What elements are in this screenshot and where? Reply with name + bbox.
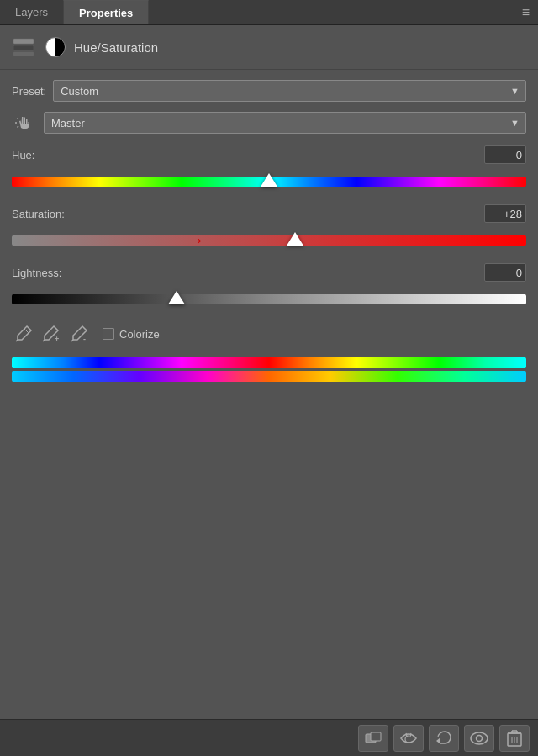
svg-marker-14 bbox=[436, 737, 440, 744]
svg-line-6 bbox=[16, 340, 18, 341]
lightness-header: Lightness: 0 bbox=[12, 263, 526, 282]
eyedropper-tool[interactable] bbox=[12, 322, 35, 346]
tab-bar: Layers Properties ≡ bbox=[0, 0, 538, 25]
lightness-section: Lightness: 0 bbox=[12, 263, 526, 314]
svg-rect-0 bbox=[13, 39, 34, 44]
preset-label: Preset: bbox=[12, 85, 46, 98]
svg-text:-: - bbox=[83, 335, 86, 343]
channel-hand-icon bbox=[12, 110, 37, 135]
layers-panel-icon bbox=[10, 34, 37, 61]
lightness-label: Lightness: bbox=[12, 267, 61, 279]
hue-header: Hue: 0 bbox=[12, 145, 526, 164]
delete-button[interactable] bbox=[499, 725, 530, 752]
panel-content: Preset: Custom Default Cyanotype Increas… bbox=[0, 70, 538, 395]
svg-rect-2 bbox=[13, 52, 34, 56]
svg-line-8 bbox=[43, 340, 45, 341]
saturation-label: Saturation: bbox=[12, 208, 65, 220]
panel-title: Hue/Saturation bbox=[74, 40, 158, 55]
toggle-visibility-button[interactable] bbox=[464, 725, 494, 752]
hue-section: Hue: 0 bbox=[12, 145, 526, 196]
svg-line-7 bbox=[24, 329, 29, 333]
saturation-value[interactable]: +28 bbox=[484, 204, 526, 223]
svg-text:+: + bbox=[55, 335, 59, 343]
tab-properties[interactable]: Properties bbox=[63, 0, 149, 24]
lightness-slider-container[interactable] bbox=[12, 285, 526, 314]
hue-track bbox=[12, 177, 526, 187]
tools-row: + - Colorize bbox=[12, 322, 526, 346]
saturation-header: Saturation: +28 bbox=[12, 204, 526, 223]
svg-line-10 bbox=[71, 340, 73, 341]
adjustment-layer-icon bbox=[45, 37, 66, 57]
saturation-section: Saturation: +28 → bbox=[12, 204, 526, 255]
visibility-options-button[interactable] bbox=[393, 725, 424, 752]
colorize-checkbox[interactable] bbox=[103, 328, 114, 340]
svg-point-16 bbox=[477, 735, 483, 741]
undo-button[interactable] bbox=[429, 725, 459, 752]
preset-select[interactable]: Custom Default Cyanotype Increase Satura… bbox=[53, 80, 526, 102]
panel-menu-icon[interactable]: ≡ bbox=[522, 5, 530, 20]
colorize-area: Colorize bbox=[103, 328, 160, 341]
preset-select-wrapper: Custom Default Cyanotype Increase Satura… bbox=[53, 80, 526, 102]
svg-rect-13 bbox=[371, 732, 381, 741]
hue-value[interactable]: 0 bbox=[484, 145, 526, 164]
hue-bar-bottom bbox=[12, 371, 526, 382]
hue-thumb[interactable] bbox=[261, 173, 277, 187]
svg-rect-1 bbox=[13, 45, 34, 50]
svg-line-4 bbox=[18, 119, 19, 120]
hue-label: Hue: bbox=[12, 149, 34, 161]
panel-header: Hue/Saturation bbox=[0, 25, 538, 70]
tab-layers-label: Layers bbox=[15, 6, 48, 19]
lightness-value[interactable]: 0 bbox=[484, 263, 526, 282]
channel-row: Master Reds Yellows Greens Cyans Blues M… bbox=[12, 110, 526, 135]
channel-select-wrapper: Master Reds Yellows Greens Cyans Blues M… bbox=[44, 112, 526, 134]
preset-row: Preset: Custom Default Cyanotype Increas… bbox=[12, 80, 526, 102]
saturation-track bbox=[12, 235, 526, 246]
colorize-label: Colorize bbox=[119, 328, 160, 341]
hue-bar-top bbox=[12, 357, 526, 368]
hue-slider-container[interactable] bbox=[12, 167, 526, 196]
lightness-thumb[interactable] bbox=[168, 291, 185, 304]
channel-select[interactable]: Master Reds Yellows Greens Cyans Blues M… bbox=[44, 112, 526, 134]
eyedropper-add-tool[interactable]: + bbox=[40, 322, 64, 346]
footer-toolbar bbox=[0, 719, 538, 756]
color-bars bbox=[12, 357, 526, 382]
lightness-track bbox=[12, 294, 526, 304]
saturation-thumb[interactable] bbox=[287, 232, 303, 246]
tab-layers[interactable]: Layers bbox=[0, 0, 63, 24]
svg-point-15 bbox=[471, 732, 488, 744]
eyedropper-subtract-tool[interactable]: - bbox=[69, 322, 92, 346]
saturation-slider-container[interactable]: → bbox=[12, 226, 526, 255]
svg-line-5 bbox=[18, 126, 19, 128]
tab-properties-label: Properties bbox=[79, 7, 133, 19]
new-adjustment-button[interactable] bbox=[358, 725, 388, 752]
